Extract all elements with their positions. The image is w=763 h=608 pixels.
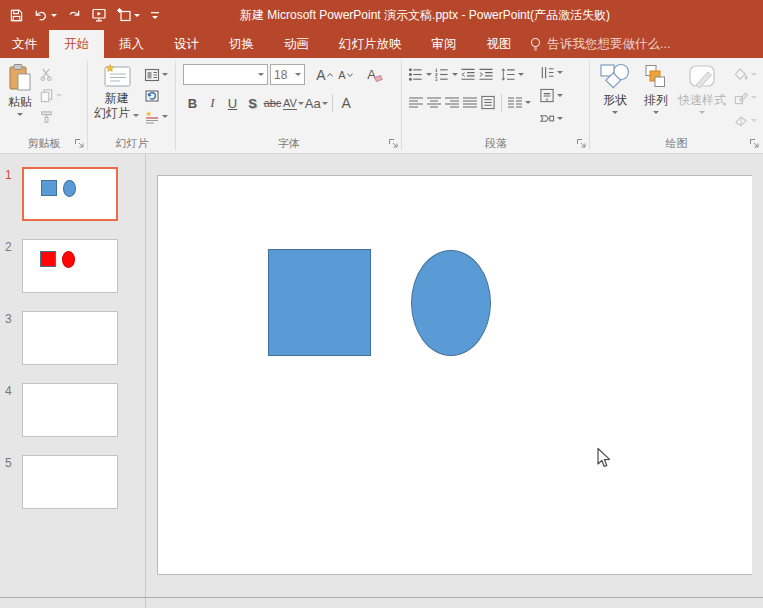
- slide-shape-rectangle[interactable]: [268, 249, 371, 356]
- bullets-caret[interactable]: [426, 73, 432, 76]
- change-case-caret[interactable]: [322, 102, 328, 105]
- italic-button[interactable]: I: [203, 93, 222, 113]
- paragraph-dialog-launcher[interactable]: [576, 138, 587, 149]
- slide-number-2: 2: [5, 239, 20, 293]
- tab-animations[interactable]: 动画: [269, 30, 324, 58]
- redo-button[interactable]: [66, 8, 82, 23]
- layout-button[interactable]: [142, 64, 170, 85]
- shape-fill-caret[interactable]: [751, 73, 757, 76]
- slide-thumbnail-5[interactable]: [22, 455, 118, 509]
- align-center-button[interactable]: [426, 96, 442, 110]
- qat-new-slide-icon: [116, 7, 132, 23]
- font-size-combo[interactable]: 18: [270, 64, 305, 85]
- slide-thumbnail-3[interactable]: [22, 311, 118, 365]
- shape-outline-caret[interactable]: [751, 96, 757, 99]
- paste-dropdown-caret[interactable]: [17, 113, 23, 116]
- font-dialog-launcher[interactable]: [388, 138, 399, 149]
- quick-access-toolbar: [0, 0, 161, 30]
- line-spacing-caret[interactable]: [518, 73, 524, 76]
- new-slide-icon: [102, 63, 132, 89]
- slide-thumbnail-2[interactable]: [22, 239, 118, 293]
- tab-transitions[interactable]: 切换: [214, 30, 269, 58]
- increase-indent-button[interactable]: [478, 67, 494, 82]
- drawing-group-label: 绘图: [590, 136, 763, 151]
- tab-insert[interactable]: 插入: [104, 30, 159, 58]
- slide-canvas[interactable]: [157, 175, 752, 575]
- font-color-button[interactable]: A: [337, 93, 356, 113]
- character-spacing-button[interactable]: AV: [283, 93, 304, 113]
- ribbon: 粘贴 剪贴板: [0, 58, 763, 154]
- underline-button[interactable]: U: [223, 93, 242, 113]
- distribute-text-button[interactable]: [480, 95, 496, 110]
- arrange-dropdown-caret[interactable]: [653, 111, 659, 114]
- slide-shape-ellipse[interactable]: [411, 250, 491, 356]
- qat-new-slide-caret[interactable]: [134, 14, 140, 17]
- shapes-dropdown-caret[interactable]: [612, 111, 618, 114]
- text-shadow-button[interactable]: S: [243, 93, 262, 113]
- tab-design[interactable]: 设计: [159, 30, 214, 58]
- line-spacing-button[interactable]: [500, 67, 524, 82]
- font-size-caret[interactable]: [295, 73, 301, 76]
- thumb1-square-shape: [41, 180, 57, 196]
- format-painter-button[interactable]: [37, 106, 64, 127]
- tab-file[interactable]: 文件: [0, 30, 49, 58]
- slide-thumbnail-1[interactable]: [22, 167, 118, 221]
- columns-button[interactable]: [507, 96, 531, 110]
- clipboard-dialog-launcher[interactable]: [74, 138, 85, 149]
- layout-dropdown-caret[interactable]: [162, 73, 168, 76]
- change-case-button[interactable]: Aa: [305, 93, 328, 113]
- numbering-button[interactable]: [434, 67, 458, 82]
- convert-smartart-caret[interactable]: [557, 117, 563, 120]
- justify-button[interactable]: [462, 96, 478, 110]
- reset-button[interactable]: [142, 85, 170, 106]
- qat-customize-button[interactable]: [149, 8, 161, 22]
- qat-new-slide-button[interactable]: [116, 7, 140, 23]
- bullets-button[interactable]: [408, 67, 432, 82]
- tab-review[interactable]: 审阅: [417, 30, 472, 58]
- section-button[interactable]: [142, 106, 170, 127]
- undo-button[interactable]: [33, 8, 57, 23]
- section-dropdown-caret[interactable]: [162, 115, 168, 118]
- start-slideshow-button[interactable]: [91, 7, 107, 23]
- decrease-indent-button[interactable]: [460, 67, 476, 82]
- shape-fill-button[interactable]: [731, 63, 759, 86]
- undo-dropdown-caret[interactable]: [51, 14, 57, 17]
- clear-formatting-button[interactable]: A: [365, 65, 384, 85]
- format-painter-icon: [39, 109, 54, 124]
- drawing-dialog-launcher[interactable]: [749, 138, 760, 149]
- tell-me-box[interactable]: 告诉我您想要做什么...: [529, 30, 671, 58]
- shape-outline-button[interactable]: [731, 86, 759, 109]
- tab-slideshow[interactable]: 幻灯片放映: [324, 30, 417, 58]
- columns-icon: [507, 96, 523, 110]
- shape-effects-button[interactable]: [731, 109, 759, 132]
- columns-caret[interactable]: [525, 101, 531, 104]
- numbering-caret[interactable]: [452, 73, 458, 76]
- bold-button[interactable]: B: [183, 93, 202, 113]
- copy-button[interactable]: [37, 85, 64, 106]
- slide-thumbnail-4[interactable]: [22, 383, 118, 437]
- align-text-caret[interactable]: [557, 94, 563, 97]
- align-right-button[interactable]: [444, 96, 460, 110]
- tab-view[interactable]: 视图: [472, 30, 527, 58]
- tab-home[interactable]: 开始: [49, 30, 104, 58]
- grow-font-button[interactable]: A: [315, 65, 334, 85]
- align-left-button[interactable]: [408, 96, 424, 110]
- align-text-button[interactable]: [537, 84, 565, 107]
- save-button[interactable]: [9, 8, 24, 23]
- shrink-font-button[interactable]: A: [336, 65, 355, 85]
- new-slide-button[interactable]: 新建 幻灯片: [94, 63, 139, 121]
- paste-button[interactable]: 粘贴: [7, 63, 33, 116]
- font-name-combo[interactable]: [183, 64, 268, 85]
- strikethrough-button[interactable]: abc: [263, 93, 282, 113]
- font-name-caret[interactable]: [258, 73, 264, 76]
- text-direction-button[interactable]: [537, 61, 565, 84]
- cut-button[interactable]: [37, 64, 64, 85]
- numbering-icon: [434, 67, 450, 82]
- shape-effects-caret[interactable]: [751, 119, 757, 122]
- convert-smartart-button[interactable]: [537, 107, 565, 130]
- text-direction-caret[interactable]: [557, 71, 563, 74]
- character-spacing-caret[interactable]: [298, 102, 304, 105]
- copy-dropdown-caret[interactable]: [56, 94, 62, 97]
- quick-styles-dropdown-caret[interactable]: [699, 111, 705, 114]
- new-slide-dropdown-caret[interactable]: [133, 114, 139, 117]
